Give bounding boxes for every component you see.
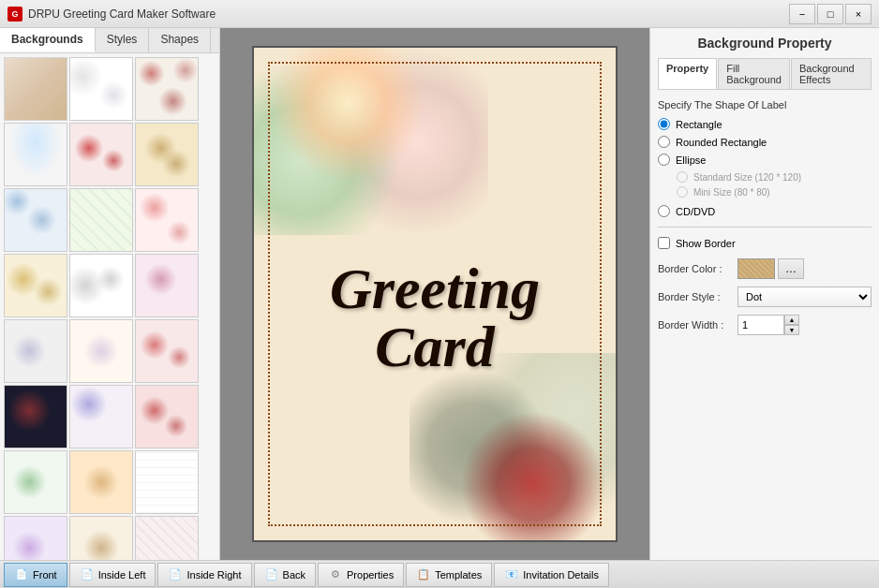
window-controls: − □ × <box>789 4 872 24</box>
main-content: Backgrounds Styles Shapes <box>0 28 879 560</box>
bg-row <box>4 450 216 514</box>
radio-rectangle[interactable] <box>658 118 670 130</box>
border-style-row: Border Style : Dot Solid Dash DashDot Da… <box>658 287 872 307</box>
bg-thumb-19[interactable] <box>4 450 67 514</box>
radio-item-rounded[interactable]: Rounded Rectangle <box>658 136 872 148</box>
bg-thumb-12[interactable] <box>135 254 199 317</box>
radio-rectangle-label: Rectangle <box>676 119 723 130</box>
bg-thumb-18[interactable] <box>135 385 199 448</box>
bg-thumb-2[interactable] <box>69 57 133 121</box>
title-bar: G DRPU Greeting Card Maker Software − □ … <box>0 0 879 28</box>
radio-item-rectangle[interactable]: Rectangle <box>658 118 872 130</box>
card-greeting-text: Greeting Card <box>330 259 540 375</box>
inside-right-button[interactable]: 📄 Inside Right <box>157 563 251 587</box>
bg-thumb-24[interactable] <box>135 516 199 560</box>
border-style-select[interactable]: Dot Solid Dash DashDot DashDotDot <box>737 287 872 307</box>
spin-down-button[interactable]: ▼ <box>784 325 799 335</box>
back-button[interactable]: 📄 Back <box>254 563 316 587</box>
sub-option-mini[interactable]: Mini Size (80 * 80) <box>677 186 872 198</box>
bg-thumb-23[interactable] <box>69 516 133 560</box>
mini-size-label: Mini Size (80 * 80) <box>693 187 770 198</box>
radio-item-ellipse[interactable]: Ellipse <box>658 154 872 166</box>
tab-styles[interactable]: Styles <box>96 28 150 52</box>
tab-shapes[interactable]: Shapes <box>149 28 211 52</box>
border-color-swatch[interactable] <box>737 258 775 279</box>
bg-thumb-8[interactable] <box>69 188 133 252</box>
radio-cddvd-label: CD/DVD <box>676 206 715 217</box>
bg-thumb-14[interactable] <box>69 319 133 383</box>
bg-thumb-6[interactable] <box>135 123 199 186</box>
prop-tab-property[interactable]: Property <box>658 58 717 89</box>
bg-thumb-5[interactable] <box>69 123 133 186</box>
bg-thumb-3[interactable] <box>135 57 199 121</box>
bg-thumb-7[interactable] <box>4 188 67 252</box>
bg-thumb-20[interactable] <box>69 450 133 514</box>
radio-cddvd[interactable] <box>658 205 670 217</box>
radio-rounded-rectangle[interactable] <box>658 136 670 148</box>
shape-section-label: Specify The Shape Of Label <box>658 99 872 110</box>
radio-mini-size[interactable] <box>677 186 688 198</box>
inside-left-label: Inside Left <box>98 569 146 581</box>
window-title: DRPU Greeting Card Maker Software <box>28 7 789 21</box>
bg-thumb-1[interactable] <box>4 57 67 121</box>
templates-icon: 📋 <box>416 567 431 582</box>
tab-backgrounds[interactable]: Backgrounds <box>0 28 96 52</box>
bg-thumb-15[interactable] <box>135 319 199 383</box>
border-width-row: Border Width : 1 ▲ ▼ <box>658 315 872 335</box>
panel-title: Background Property <box>658 36 872 51</box>
sub-option-standard[interactable]: Standard Size (120 * 120) <box>677 171 872 183</box>
radio-standard-size[interactable] <box>677 171 688 183</box>
bg-thumb-17[interactable] <box>69 385 133 448</box>
shape-radio-group: Rectangle Rounded Rectangle Ellipse <box>658 118 872 166</box>
divider-1 <box>658 227 872 228</box>
bg-thumb-4[interactable] <box>4 123 67 186</box>
card-canvas: Greeting Card <box>252 46 618 542</box>
inside-right-icon: 📄 <box>168 567 183 582</box>
maximize-button[interactable]: □ <box>817 4 843 24</box>
inside-right-label: Inside Right <box>186 569 241 581</box>
spin-up-button[interactable]: ▲ <box>784 315 799 325</box>
front-label: Front <box>33 569 57 581</box>
radio-ellipse[interactable] <box>658 154 670 166</box>
right-panel: Background Property Property Fill Backgr… <box>649 28 879 560</box>
bg-row <box>4 57 216 121</box>
bg-thumb-10[interactable] <box>4 254 67 317</box>
inside-left-button[interactable]: 📄 Inside Left <box>69 563 156 587</box>
minimize-button[interactable]: − <box>789 4 815 24</box>
properties-button[interactable]: ⚙ Properties <box>318 563 404 587</box>
bg-thumb-21[interactable] <box>135 450 199 514</box>
border-color-browse-button[interactable]: … <box>778 258 804 279</box>
bg-row <box>4 123 216 186</box>
prop-tab-effects[interactable]: Background Effects <box>791 58 872 89</box>
invitation-label: Invitation Details <box>523 569 599 581</box>
show-border-row[interactable]: Show Border <box>658 237 872 249</box>
bg-thumb-11[interactable] <box>69 254 133 317</box>
bg-row <box>4 516 216 560</box>
prop-tab-fill[interactable]: Fill Background <box>718 58 790 89</box>
greeting-line1: Greeting <box>330 259 540 317</box>
close-button[interactable]: × <box>845 4 872 24</box>
border-color-row: Border Color : … <box>658 258 872 279</box>
bg-row <box>4 319 216 383</box>
greeting-line2: Card <box>330 317 540 375</box>
invitation-details-button[interactable]: 📧 Invitation Details <box>494 563 609 587</box>
bg-row <box>4 188 216 252</box>
bg-thumb-16[interactable] <box>4 385 67 448</box>
back-label: Back <box>283 569 305 581</box>
canvas-area: Greeting Card <box>220 28 649 560</box>
border-width-input[interactable]: 1 <box>737 315 784 335</box>
show-border-checkbox[interactable] <box>658 237 670 249</box>
border-color-label: Border Color : <box>658 263 737 274</box>
property-tabs: Property Fill Background Background Effe… <box>658 58 872 90</box>
back-icon: 📄 <box>264 567 279 582</box>
bg-thumb-9[interactable] <box>135 188 199 252</box>
inside-left-icon: 📄 <box>80 567 95 582</box>
bg-thumb-22[interactable] <box>4 516 67 560</box>
bg-thumb-13[interactable] <box>4 319 67 383</box>
templates-button[interactable]: 📋 Templates <box>406 563 492 587</box>
properties-label: Properties <box>347 569 394 581</box>
bottom-toolbar: 📄 Front 📄 Inside Left 📄 Inside Right 📄 B… <box>0 560 879 588</box>
radio-item-cddvd[interactable]: CD/DVD <box>658 205 872 217</box>
bg-row <box>4 254 216 317</box>
front-button[interactable]: 📄 Front <box>4 563 67 587</box>
